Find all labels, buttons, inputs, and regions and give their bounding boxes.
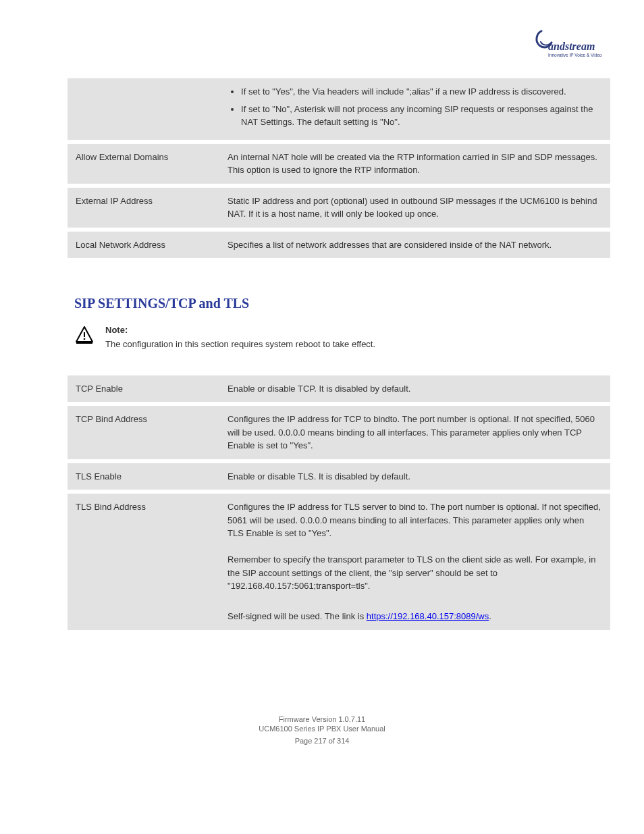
setting-label: TLS Enable xyxy=(68,463,219,490)
list-item: If set to "Yes", the Via headers will in… xyxy=(241,85,602,99)
table-row: Allow External Domains An internal NAT h… xyxy=(68,144,610,184)
setting-description-paragraph: Configures the IP address for TLS server… xyxy=(227,500,602,540)
setting-label: External IP Address xyxy=(68,188,219,228)
footer-firmware-version: Firmware Version 1.0.7.11 xyxy=(34,715,610,723)
note-content: Note: The configuration in this section … xyxy=(105,325,610,351)
brand-logo: andstream Innovative IP Voice & Video xyxy=(529,27,610,61)
section-heading-sip-tcp-tls: SIP SETTINGS/TCP and TLS xyxy=(74,296,610,311)
setting-description-paragraph: Self-signed will be used. The link is ht… xyxy=(227,610,602,623)
setting-description: Specifies a list of network addresses th… xyxy=(219,232,610,259)
svg-point-3 xyxy=(84,338,86,340)
setting-label: TCP Enable xyxy=(68,375,219,402)
tls-bind-link[interactable]: https://192.168.40.157:8089/ws xyxy=(367,611,489,621)
svg-text:andstream: andstream xyxy=(548,41,595,52)
setting-label: TLS Bind Address xyxy=(68,494,219,630)
list-item: If set to "No", Asterisk will not proces… xyxy=(241,103,602,129)
note-block: Note: The configuration in this section … xyxy=(74,325,610,351)
settings-table-tcp-tls: TCP Enable Enable or disable TCP. It is … xyxy=(68,371,610,634)
setting-description: Configures the IP address for TCP to bin… xyxy=(219,406,610,459)
setting-label xyxy=(68,78,219,140)
warning-icon xyxy=(74,325,95,345)
settings-table-nat: If set to "Yes", the Via headers will in… xyxy=(68,74,610,262)
table-row: Local Network Address Specifies a list o… xyxy=(68,232,610,259)
setting-description: Enable or disable TCP. It is disabled by… xyxy=(219,375,610,402)
page-header: andstream Innovative IP Voice & Video xyxy=(34,27,610,61)
setting-label: Allow External Domains xyxy=(68,144,219,184)
setting-description: An internal NAT hole will be created via… xyxy=(219,144,610,184)
table-row: TLS Enable Enable or disable TLS. It is … xyxy=(68,463,610,490)
setting-label: Local Network Address xyxy=(68,232,219,259)
setting-label: TCP Bind Address xyxy=(68,406,219,459)
setting-description: Enable or disable TLS. It is disabled by… xyxy=(219,463,610,490)
svg-text:Innovative IP Voice & Video: Innovative IP Voice & Video xyxy=(548,53,602,57)
grandstream-logo-icon: andstream Innovative IP Voice & Video xyxy=(529,27,610,61)
self-signed-prefix: Self-signed will be used. The link is xyxy=(227,611,367,621)
setting-description-paragraph: Remember to specify the transport parame… xyxy=(227,553,602,593)
page-footer: Firmware Version 1.0.7.11 UCM6100 Series… xyxy=(34,715,610,745)
table-row: External IP Address Static IP address an… xyxy=(68,188,610,228)
note-title: Note: xyxy=(105,325,610,335)
self-signed-suffix: . xyxy=(489,611,491,621)
setting-description: If set to "Yes", the Via headers will in… xyxy=(219,78,610,140)
setting-description: Configures the IP address for TLS server… xyxy=(219,494,610,630)
table-row: If set to "Yes", the Via headers will in… xyxy=(68,78,610,140)
footer-page-number: Page 217 of 314 xyxy=(34,737,610,745)
table-row: TLS Bind Address Configures the IP addre… xyxy=(68,494,610,630)
table-row: TCP Bind Address Configures the IP addre… xyxy=(68,406,610,459)
note-text: The configuration in this section requir… xyxy=(105,338,610,351)
footer-manual-title: UCM6100 Series IP PBX User Manual xyxy=(34,725,610,733)
setting-description: Static IP address and port (optional) us… xyxy=(219,188,610,228)
table-row: TCP Enable Enable or disable TCP. It is … xyxy=(68,375,610,402)
